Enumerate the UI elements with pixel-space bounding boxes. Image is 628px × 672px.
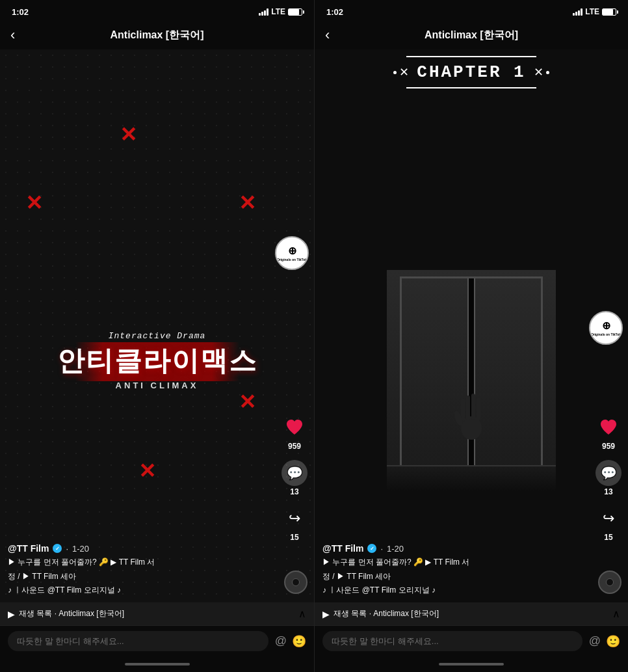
user-line-left: @TT Film ✓ · 1-20	[8, 543, 306, 554]
back-button-left[interactable]: ‹	[10, 27, 15, 44]
comment-button-left[interactable]: 💬 13	[281, 460, 307, 496]
chapter-overlay: ✕ CHAPTER 1 ✕	[315, 49, 628, 88]
chapter-x-right: ✕	[534, 65, 549, 79]
playlist-label-left: 재생 목록 · Anticlimax [한국어]	[19, 608, 124, 619]
battery-icon-right	[602, 8, 616, 16]
door-gap	[469, 278, 475, 489]
hand-icon	[452, 386, 491, 444]
episode-left: ·	[66, 544, 68, 554]
english-title: ANTI CLIMAX	[116, 381, 199, 390]
share-icon-left: ↪	[281, 505, 307, 531]
back-button-right[interactable]: ‹	[325, 27, 330, 44]
floor-line	[387, 465, 556, 491]
lte-label-right: LTE	[585, 7, 599, 16]
like-count-left: 959	[288, 442, 301, 451]
username-left[interactable]: @TT Film	[8, 543, 49, 554]
emoji-icon-right[interactable]: 🙂	[606, 634, 620, 649]
status-bar-left: 1:02 LTE	[0, 0, 314, 21]
originals-label-right: Originals on TikTok	[591, 332, 621, 337]
username-right[interactable]: @TT Film	[322, 543, 363, 554]
comment-input-bar-left: @ 🙂	[0, 625, 314, 656]
hand-svg-container	[452, 386, 491, 447]
share-button-left[interactable]: ↪ 15	[281, 505, 307, 542]
bottom-info-right: @TT Film ✓ · 1-20 ▶ 누구를 먼저 풀어줄까? 🔑 ▶ TT …	[315, 543, 628, 672]
battery-icon	[288, 8, 302, 16]
playlist-icon-left: ▶	[8, 609, 15, 619]
comment-button-right[interactable]: 💬 13	[595, 460, 621, 496]
chapter-line-bottom	[406, 87, 536, 88]
svg-rect-4	[477, 397, 480, 420]
share-count-left: 15	[290, 533, 298, 542]
episode-tag-left: 1-20	[72, 544, 89, 554]
comment-input-left[interactable]	[8, 631, 268, 651]
share-icon-right: ↪	[595, 505, 621, 531]
originals-badge-right[interactable]: ⊕ Originals on TikTok	[589, 311, 623, 345]
signal-icon	[259, 8, 268, 16]
emoji-icon-left[interactable]: 🙂	[292, 634, 306, 649]
playlist-chevron-right: ∧	[612, 608, 620, 620]
comment-input-right[interactable]	[322, 631, 582, 651]
originals-badge-left[interactable]: ⊕ Originals on TikTok	[275, 236, 309, 270]
right-phone-panel: 1:02 LTE ‹ Anticlimax [한국어]	[314, 0, 628, 672]
playlist-icon-right: ▶	[322, 609, 330, 619]
at-icon-right[interactable]: @	[589, 634, 601, 649]
user-info-right: @TT Film ✓ · 1-20 ▶ 누구를 먼저 풀어줄까? 🔑 ▶ TT …	[315, 543, 628, 602]
heart-icon-right	[595, 414, 621, 440]
x-right: ✕	[534, 65, 543, 79]
like-count-right: 959	[602, 442, 615, 451]
side-icons-right: 959 💬 13 ↪ 15	[595, 414, 621, 542]
at-icon-left[interactable]: @	[275, 634, 287, 649]
lte-label: LTE	[271, 7, 285, 16]
music-line-right: ♪ ㅣ사운드 @TT Film 오리지널 ♪	[322, 585, 620, 596]
dot-left	[393, 71, 397, 74]
comment-count-left: 13	[290, 487, 298, 496]
red-x-2: ✕	[25, 193, 43, 213]
status-icons-left: LTE	[259, 7, 302, 16]
comment-icon-left: 💬	[281, 460, 307, 486]
episode-tag-right: 1-20	[387, 544, 404, 554]
playlist-info-left: ▶ 재생 목록 · Anticlimax [한국어]	[8, 608, 124, 619]
playlist-label-right: 재생 목록 · Anticlimax [한국어]	[334, 608, 439, 619]
home-bar-right	[439, 663, 504, 665]
status-bar-right: 1:02 LTE	[315, 0, 628, 21]
door-right	[474, 278, 541, 489]
playlist-chevron-left: ∧	[298, 608, 306, 620]
chapter-x-left: ✕	[393, 65, 409, 79]
playlist-bar-right[interactable]: ▶ 재생 목록 · Anticlimax [한국어] ∧	[315, 602, 628, 625]
playlist-bar-left[interactable]: ▶ 재생 목록 · Anticlimax [한국어] ∧	[0, 602, 314, 625]
door-frame	[400, 276, 543, 491]
playlist-info-right: ▶ 재생 목록 · Anticlimax [한국어]	[322, 608, 439, 619]
red-x-5: ✕	[138, 461, 156, 481]
user-info-left: @TT Film ✓ · 1-20 ▶ 누구를 먼저 풀어줄까? 🔑 ▶ TT …	[0, 543, 314, 602]
home-indicator-right	[315, 656, 628, 672]
tiktok-logo-right: ⊕	[602, 319, 610, 332]
episode-sep-right: ·	[380, 544, 383, 554]
input-icons-right: @ 🙂	[589, 634, 620, 649]
caption1-right: ▶ 누구를 먼저 풀어줄까? 🔑 ▶ TT Film 서	[322, 556, 620, 568]
home-indicator-left	[0, 656, 314, 672]
share-button-right[interactable]: ↪ 15	[595, 505, 621, 542]
door-scene	[387, 270, 556, 491]
verified-badge-right: ✓	[367, 544, 376, 553]
x-left: ✕	[399, 65, 409, 79]
caption2-left: 정 / ▶ TT Film 세아	[8, 571, 306, 582]
red-x-1: ✕	[120, 124, 137, 145]
user-line-right: @TT Film ✓ · 1-20	[322, 543, 620, 554]
like-button-left[interactable]: 959	[281, 414, 307, 451]
red-x-3: ✕	[239, 193, 256, 213]
interactive-label: Interactive Drama	[109, 331, 206, 341]
heart-icon-left	[281, 414, 307, 440]
bottom-info-left: @TT Film ✓ · 1-20 ▶ 누구를 먼저 풀어줄까? 🔑 ▶ TT …	[0, 543, 314, 672]
signal-icon-right	[573, 8, 582, 16]
time-left: 1:02	[12, 7, 29, 17]
caption1-left: ▶ 누구를 먼저 풀어줄까? 🔑 ▶ TT Film 서	[8, 556, 306, 568]
svg-rect-2	[466, 396, 470, 420]
like-button-right[interactable]: 959	[595, 414, 621, 451]
title-block: Interactive Drama 안티클라이맥스 ANTI CLIMAX	[57, 331, 257, 390]
header-title-left: Anticlimax [한국어]	[110, 29, 203, 42]
comment-count-right: 13	[604, 487, 612, 496]
tiktok-logo: ⊕	[288, 245, 296, 257]
comment-icon-right: 💬	[595, 460, 621, 486]
chapter-line-top	[406, 56, 536, 57]
verified-badge-left: ✓	[53, 544, 62, 553]
